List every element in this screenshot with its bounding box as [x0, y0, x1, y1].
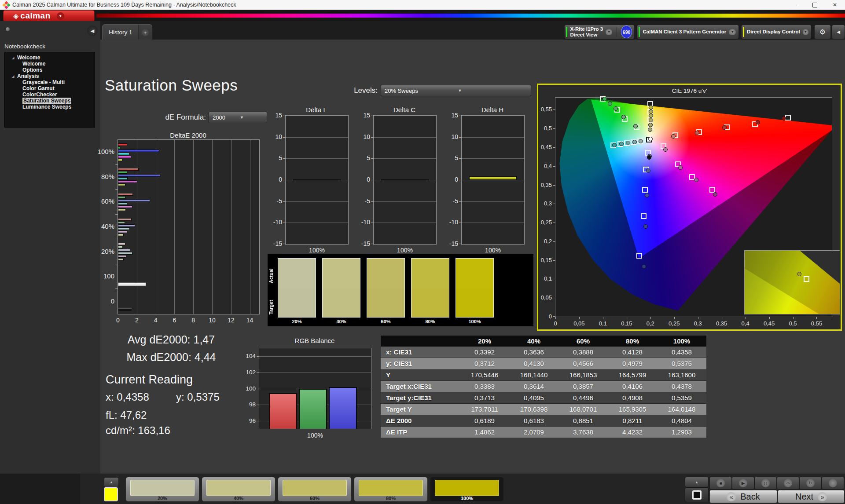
swatch-label: 100%	[456, 319, 494, 324]
sidebar-item-color-gamut[interactable]: Color Gamut	[5, 85, 95, 91]
next-button[interactable]: Next »	[778, 490, 845, 503]
pattern-generator-selector[interactable]: CalMAN Client 3 Pattern Generator ▼	[637, 25, 739, 39]
table-row: ΔE ITP1,48622,07093,76384,42321,2903	[381, 427, 706, 438]
logo-row: ◈ calman ▼	[0, 10, 845, 21]
x-tick-label: 0,4	[737, 320, 754, 327]
tree-expander-icon[interactable]: ◢	[12, 73, 14, 80]
settings-button[interactable]: ⚙	[814, 25, 831, 39]
refresh-button[interactable]: ↻	[799, 477, 822, 489]
window-titlebar: Calman 2025 Calman Ultimate for Business…	[0, 0, 845, 10]
table-row: x: CIE310,33920,36360,38880,41280,4358	[381, 347, 706, 358]
chevron-down-icon: ▼	[729, 29, 736, 35]
tab-history-1[interactable]: History 1	[102, 24, 139, 40]
x-tick-label: 0,15	[618, 320, 635, 327]
row-label: Target x:CIE31	[381, 383, 460, 390]
table-cell: 164,5799	[608, 371, 657, 379]
delta-l-title: Delta L	[285, 106, 348, 113]
patch-button-60%[interactable]: 60%	[278, 477, 352, 502]
patch-button-20%[interactable]: 20%	[125, 477, 199, 502]
column-header: 40%	[509, 337, 558, 345]
stop-measure-button[interactable]	[685, 487, 709, 502]
sidebar-item-luminance-sweeps[interactable]: Luminance Sweeps	[5, 104, 95, 110]
restore-button[interactable]	[805, 0, 825, 10]
x-tick-label: 0,2	[642, 320, 659, 327]
y-tick-label: 10	[267, 133, 282, 140]
table-cell: 0,8211	[608, 417, 657, 424]
sidebar-item-options[interactable]: Options	[5, 67, 95, 73]
row-label: Target Y	[381, 405, 460, 413]
y-tick-label: 0	[355, 176, 370, 183]
swatch-60%[interactable]	[367, 258, 405, 318]
current-reading-label: Current Reading	[106, 373, 193, 387]
play-button[interactable]: ▶	[732, 477, 754, 489]
sidebar-item-grayscale-multi[interactable]: Grayscale - Multi	[5, 79, 95, 85]
bar	[469, 176, 517, 180]
swatch-actual	[323, 259, 360, 288]
collapse-toolbar-button[interactable]: ◀	[832, 25, 845, 39]
group-label: 80%	[88, 173, 114, 180]
sidebar-item-colorchecker[interactable]: ColorChecker	[5, 91, 95, 98]
y-tick-label: 5	[443, 154, 458, 161]
bar	[118, 205, 132, 208]
y-tick	[257, 373, 259, 373]
table-cell: 0,4566	[558, 360, 608, 367]
sidebar-item-analysis[interactable]: ◢Analysis	[5, 73, 95, 79]
table-cell: 164,0148	[657, 405, 706, 413]
swatch-20%[interactable]	[278, 258, 316, 318]
bar	[118, 227, 130, 230]
y-tick	[459, 201, 462, 202]
x-tick	[746, 317, 746, 319]
main-canvas: Saturation Sweeps Levels: 20% Sweeps ▼ d…	[100, 40, 845, 474]
gridline	[156, 140, 156, 314]
table-header-row: 20%40%60%80%100%	[381, 336, 706, 347]
bar	[118, 153, 129, 155]
calman-logo-icon: ◈	[13, 12, 18, 20]
de-formula-dropdown[interactable]: 2000 ▼	[209, 112, 267, 123]
patch-button-40%[interactable]: 40%	[202, 477, 276, 502]
meter-selector[interactable]: X-Rite i1Pro 3Direct View ▼ 690	[564, 25, 635, 39]
meter-badge[interactable]: 690	[621, 26, 632, 38]
swatch-100%[interactable]	[456, 258, 494, 318]
target-square	[642, 187, 648, 193]
sidebar-item-welcome[interactable]: ◢Welcome	[5, 55, 95, 61]
gridline	[286, 223, 348, 223]
levels-value: 20% Sweeps	[381, 88, 455, 94]
max-de2000: Max dE2000: 4,44	[109, 351, 233, 364]
expand-controls-button[interactable]: ▲	[685, 477, 709, 487]
group-label: 100	[88, 272, 114, 280]
x-tick	[603, 317, 603, 319]
tree-expander-icon[interactable]: ◢	[12, 55, 14, 61]
current-patch-swatch[interactable]	[104, 487, 118, 501]
swatch-80%[interactable]	[411, 258, 449, 318]
patch-button-80%[interactable]: 80%	[354, 477, 428, 502]
sidebar-item-welcome[interactable]: Welcome	[5, 61, 95, 67]
back-label: Back	[740, 492, 760, 502]
close-button[interactable]: ✕	[825, 0, 845, 10]
stop-button[interactable]: ■	[709, 477, 732, 489]
range-button[interactable]: [·]	[754, 477, 777, 489]
levels-dropdown[interactable]: 20% Sweeps ▼	[381, 85, 531, 96]
loop-button[interactable]: ∞	[777, 477, 799, 489]
y-tick-label: 10	[443, 133, 458, 140]
minimize-button[interactable]	[784, 0, 805, 10]
table-cell: 0,4908	[608, 394, 657, 402]
patch-button-100%[interactable]: 100%	[430, 477, 504, 502]
sidebar-collapse-button[interactable]: ◀	[87, 26, 98, 36]
sidebar-item-saturation-sweeps[interactable]: Saturation Sweeps	[5, 98, 95, 104]
y-tick	[283, 244, 286, 244]
tree-item-label: Color Gamut	[22, 85, 55, 91]
gridline	[137, 140, 137, 314]
display-control-selector[interactable]: Direct Display Control ▼	[741, 25, 812, 39]
x-tick	[555, 317, 556, 319]
cie-1976-panel[interactable]: CIE 1976 u'v' 00,050,10,150,20,250,30,35…	[537, 84, 842, 331]
calman-menu-button[interactable]: ◈ calman ▼	[3, 10, 95, 22]
blank-button[interactable]	[822, 477, 844, 489]
back-button[interactable]: « Back	[709, 490, 777, 503]
bar	[118, 177, 128, 180]
expand-swatch-tray-button[interactable]: ▲	[104, 477, 119, 487]
swatch-40%[interactable]	[322, 258, 360, 318]
add-tab-button[interactable]: +	[138, 24, 152, 40]
gridline	[374, 137, 436, 138]
gridline	[174, 140, 175, 314]
inset-measured-point	[797, 272, 801, 276]
